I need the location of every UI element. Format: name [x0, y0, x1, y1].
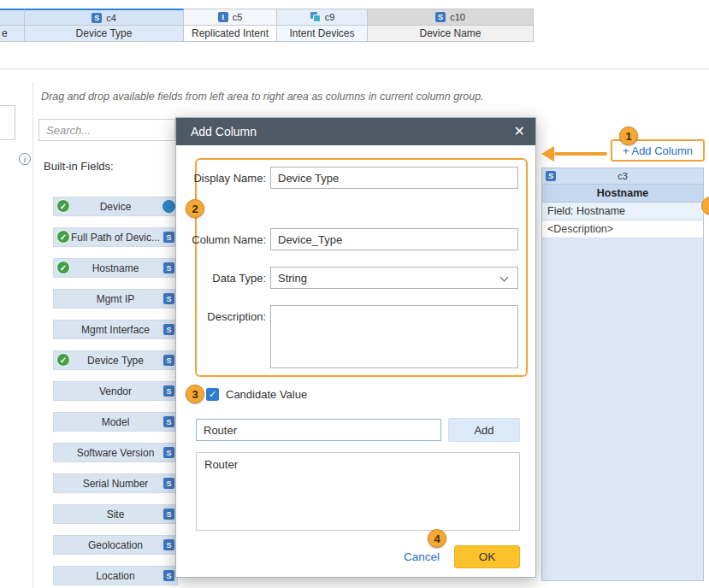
intent-type-icon: I [218, 12, 228, 22]
field-item-label: Mgmt Interface [81, 324, 150, 336]
field-item-serial-number[interactable]: Serial NumberS [53, 473, 178, 493]
column-c9: c9 Intent Devices [277, 9, 368, 42]
check-icon: ✓ [56, 199, 70, 213]
column-name-field[interactable] [270, 228, 518, 250]
check-icon: ✓ [56, 353, 70, 367]
column-header-c10[interactable]: S c10 [368, 9, 534, 26]
description-label: Description: [180, 310, 266, 323]
data-type-label: Data Type: [180, 272, 266, 285]
field-item-label: Hostname [92, 262, 139, 274]
intent-devices-icon [310, 11, 321, 24]
section-divider [0, 68, 709, 69]
string-type-icon: S [546, 171, 556, 181]
column-id: c5 [233, 12, 243, 22]
dialog-title: Add Column [191, 125, 514, 138]
string-type-icon: S [163, 539, 174, 550]
field-item-label: Device [100, 201, 132, 213]
column-card-description-row: <Description> [542, 220, 703, 238]
field-item-site[interactable]: SiteS [53, 504, 178, 524]
annotation-step-3: 3 [186, 385, 204, 403]
string-type-icon: S [163, 478, 174, 489]
add-button[interactable]: Add [448, 418, 520, 442]
annotation-arrow-icon [541, 146, 554, 162]
display-name-field[interactable] [270, 167, 518, 189]
string-type-icon: S [163, 570, 174, 581]
field-item-label: Model [102, 416, 130, 428]
string-type-icon: S [163, 385, 174, 397]
string-type-icon: S [163, 447, 174, 458]
field-item-label: Mgmt IP [97, 293, 135, 305]
column-label-c5[interactable]: Replicated Intent [184, 26, 277, 42]
field-item-label: Device Type [87, 355, 144, 367]
builtin-fields-label: Built-in Fields: [44, 160, 114, 173]
chevron-down-icon [500, 273, 509, 282]
field-item-vendor[interactable]: VendorS [53, 381, 178, 401]
field-item-mgmt-ip[interactable]: Mgmt IPS [53, 289, 178, 309]
field-item-model[interactable]: ModelS [53, 412, 178, 432]
column-label-partial[interactable]: e [0, 26, 25, 42]
column-label-c9[interactable]: Intent Devices [277, 26, 368, 42]
column-label-c10[interactable]: Device Name [368, 26, 534, 42]
annotation-step-2: 2 [186, 199, 204, 218]
data-type-select[interactable]: String [270, 267, 518, 289]
field-item-software-version[interactable]: Software VersionS [53, 443, 178, 462]
string-type-icon: S [163, 262, 174, 273]
column-name-label: Column Name: [180, 233, 266, 246]
field-item-full-path-of-devic[interactable]: ✓Full Path of Devic...S [53, 227, 178, 247]
column-card-title: Hostname [542, 185, 703, 203]
ok-button[interactable]: OK [454, 545, 520, 568]
description-field[interactable] [270, 305, 518, 368]
field-item-hostname[interactable]: ✓HostnameS [53, 258, 178, 278]
string-type-icon: S [435, 12, 446, 22]
builtin-fields-list: ✓Device✓Full Path of Devic...S✓HostnameS… [53, 197, 178, 588]
column-card-c3[interactable]: S c3 Hostname Field: Hostname <Descripti… [541, 168, 704, 581]
column-id: c10 [450, 12, 465, 22]
candidate-value-checkbox[interactable]: ✓ [206, 388, 219, 401]
field-item-label: Vendor [99, 385, 132, 397]
column-header-c9[interactable]: c9 [277, 9, 368, 26]
column-header-partial[interactable] [0, 9, 25, 26]
annotation-arrow-line [554, 152, 607, 156]
column-id: c9 [325, 12, 335, 22]
field-item-device[interactable]: ✓Device [53, 197, 178, 216]
column-header-c4[interactable]: S c4 [25, 9, 184, 26]
dialog-header: Add Column ✕ [176, 118, 535, 145]
column-id: c4 [106, 13, 116, 23]
string-type-icon: S [92, 13, 102, 23]
field-item-label: Location [96, 570, 134, 582]
field-item-label: Software Version [77, 447, 155, 459]
cancel-button[interactable]: Cancel [404, 550, 440, 563]
app-screen: e S c4 Device Type I c5 Replicated Inten… [0, 0, 709, 588]
add-column-dialog: Add Column ✕ Display Name: Column Name: … [175, 117, 536, 578]
string-type-icon: S [163, 355, 174, 366]
column-c4: S c4 Device Type [25, 9, 184, 42]
field-item-geolocation[interactable]: GeolocationS [53, 535, 178, 555]
column-c10: S c10 Device Name [368, 9, 534, 42]
column-group-header: e S c4 Device Type I c5 Replicated Inten… [0, 9, 534, 42]
drag-drop-instruction: Drag and drop available fields from left… [41, 91, 554, 103]
candidate-value-item[interactable]: Router [197, 453, 519, 476]
annotation-step-4: 4 [428, 529, 446, 548]
field-item-label: Site [107, 509, 125, 520]
column-card-id: c3 [617, 171, 628, 181]
field-item-location[interactable]: LocationS [53, 566, 178, 585]
candidate-value-input[interactable] [196, 419, 441, 441]
field-item-mgmt-interface[interactable]: Mgmt InterfaceS [53, 320, 178, 339]
field-item-device-type[interactable]: ✓Device TypeS [53, 350, 178, 370]
field-item-label: Geolocation [88, 539, 143, 551]
column-header-c5[interactable]: I c5 [184, 9, 277, 26]
search-input[interactable] [38, 119, 175, 141]
close-icon[interactable]: ✕ [514, 125, 525, 138]
string-type-icon: S [163, 509, 174, 520]
column-card-field-row: Field: Hostname [542, 203, 703, 220]
device-icon [162, 200, 175, 213]
string-type-icon: S [163, 416, 174, 427]
check-icon: ✓ [56, 261, 70, 274]
info-icon[interactable]: i [19, 153, 31, 165]
column-label-c4[interactable]: Device Type [25, 26, 184, 42]
candidate-value-list: Router [196, 452, 520, 531]
annotation-step-1: 1 [619, 126, 638, 145]
candidate-value-label: Candidate Value [226, 388, 307, 401]
string-type-icon: S [163, 293, 174, 304]
check-icon: ✓ [56, 230, 70, 244]
